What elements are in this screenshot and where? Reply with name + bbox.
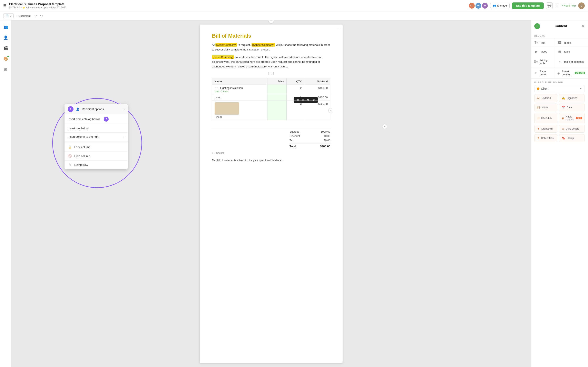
item-sub-1: 1 qty · 1 room	[215, 90, 265, 92]
field-initials[interactable]: IN Initials	[534, 104, 557, 111]
block-table[interactable]: ⊞ Table	[554, 47, 588, 56]
fillable-header: FILLABLE FIELDS FOR	[534, 79, 585, 85]
redo-button[interactable]: ↪	[39, 13, 44, 19]
client-name: Client	[541, 87, 578, 90]
sidebar-plus-button[interactable]: +	[534, 23, 540, 29]
table-handle: ⋮⋮⋮	[212, 72, 330, 75]
checkbox-icon: ☑	[537, 117, 540, 120]
hide-column-item[interactable]: 🚫 Hide column	[64, 152, 128, 161]
need-help-button[interactable]: ? Need help	[561, 4, 576, 7]
page-icon: 📄	[6, 14, 9, 17]
delete-row-label: Delete row	[74, 163, 88, 167]
menu-divider	[64, 141, 128, 143]
plus-icon: +	[212, 152, 213, 154]
blocks-section-label: BLOCKS	[531, 32, 588, 38]
add-column-button[interactable]: +	[328, 108, 333, 113]
sidebar-people-icon[interactable]: 👥	[2, 24, 9, 30]
recipient-options-label[interactable]: Recipient options	[82, 108, 121, 111]
signature-icon: ✍	[562, 96, 565, 100]
paragraph-1: At [Client.Company] 's request, [Sender.…	[212, 43, 330, 52]
sidebar-palette-icon[interactable]: 🎨	[2, 56, 9, 62]
video-block-label: Video	[540, 50, 547, 53]
lock-icon: 🔒	[68, 145, 72, 149]
chat-button[interactable]: 💬	[546, 2, 553, 9]
use-template-button[interactable]: Use this template	[512, 2, 544, 9]
client-selector[interactable]: Client ▼	[534, 85, 585, 92]
add-row-button[interactable]: +	[382, 124, 387, 129]
field-collect-files[interactable]: ⬆ Collect files	[534, 134, 557, 142]
paragraph-2: [Client.Company] understands that, due t…	[212, 55, 330, 69]
materials-table: Name Price QTY Subtotal ⋮⋮ Lighting inst…	[212, 78, 330, 120]
sidebar-close-button[interactable]: ✕	[582, 24, 585, 28]
block-page-break[interactable]: ✂ Page break	[531, 67, 554, 78]
col-header-name: Name	[212, 78, 267, 85]
discount-row: Discount $0.00	[290, 134, 330, 138]
add-section-button[interactable]: + + Section	[212, 152, 330, 154]
signature-label: Signature	[567, 97, 577, 100]
add-document-button[interactable]: + Document	[16, 14, 30, 17]
sidebar-media-icon[interactable]: 🎬	[2, 45, 9, 51]
fields-grid: A| Text field ✍ Signature IN Initials 📅 …	[534, 94, 585, 146]
col-header-qty: QTY	[287, 78, 304, 85]
total-value: $900.00	[320, 145, 330, 148]
stamp-label: Stamp	[567, 137, 574, 140]
context-dropdown-menu: 1 👤 Recipient options › Insert from cata…	[64, 104, 128, 169]
delete-row-item[interactable]: 🗑 Delete row	[64, 161, 128, 169]
cell-qty-1: 2	[287, 85, 304, 94]
insert-catalog-item[interactable]: Insert from catalog below 2	[64, 114, 128, 124]
doc-price: $4,734.00	[9, 6, 20, 9]
content-area: + ⋯ Bill of Materials At [Client.Company…	[11, 20, 531, 367]
field-signature[interactable]: ✍ Signature	[559, 94, 585, 102]
block-toc[interactable]: ≡ Table of contents	[554, 56, 588, 67]
manage-button[interactable]: 👥 Manage	[490, 3, 510, 8]
undo-button[interactable]: ↩	[33, 13, 38, 19]
fillable-section: FILLABLE FIELDS FOR Client ▼ A| Text fie…	[531, 79, 588, 146]
field-text-field[interactable]: A| Text field	[534, 94, 557, 102]
add-block-top-button[interactable]: +	[268, 20, 274, 23]
image-block-icon: 🖼	[557, 41, 562, 45]
client-company-tag-1: [Client.Company]	[215, 43, 237, 47]
document: ⋯ Bill of Materials At [Client.Company] …	[200, 25, 343, 363]
user-avatar[interactable]: U	[578, 2, 585, 9]
block-smart-content[interactable]: ◈ Smart content UPDATED	[554, 67, 588, 78]
insert-row-item[interactable]: Insert row below	[64, 124, 128, 133]
radio-icon: ◉	[562, 117, 564, 120]
field-stamp[interactable]: 🔖 Stamp	[559, 134, 585, 142]
sidebar-grid-icon[interactable]: ⊞	[2, 66, 9, 73]
text-block-icon: T≡	[534, 41, 539, 45]
dropdown-arrow-1: ›	[123, 108, 125, 111]
smart-block-icon: ◈	[557, 71, 560, 75]
block-video[interactable]: ▶ Video	[531, 47, 554, 56]
summary-section: Subtotal $900.00 Discount $0.00 Tax $0.0…	[212, 128, 330, 149]
cell-name-2: Lamp	[212, 94, 267, 100]
cell-subtotal-1: $180.00	[304, 85, 330, 94]
document-menu-icon[interactable]: ⋯	[337, 26, 340, 31]
hamburger-icon[interactable]: ☰	[3, 3, 7, 8]
field-date[interactable]: 📅 Date	[559, 104, 585, 111]
sidebar-contacts-icon[interactable]: 👤	[2, 34, 9, 41]
insert-column-item[interactable]: Insert column to the right ›	[64, 133, 128, 141]
more-menu-icon[interactable]: ⋮	[555, 3, 559, 8]
image-block-label: Image	[564, 41, 571, 44]
title-area: Electrical Business Proposal template $4…	[9, 2, 467, 9]
lock-column-item[interactable]: 🔒 Lock column	[64, 143, 128, 152]
field-card-details[interactable]: ▭ Card details	[559, 125, 585, 133]
block-pricing-table[interactable]: $≡ Pricing table	[531, 56, 554, 67]
block-text[interactable]: T≡ Text	[531, 38, 554, 47]
pricing-block-icon: $≡	[534, 60, 538, 64]
updated-date: Updated Apr 27, 2022	[43, 6, 66, 9]
text-field-icon: A|	[537, 96, 540, 100]
table-block-label: Table	[564, 50, 570, 53]
field-dropdown[interactable]: ▼ Dropdown	[534, 125, 557, 133]
cell-subtotal-2: $120.00	[304, 94, 330, 100]
text-field-label: Text field	[541, 97, 551, 100]
video-block-icon: ▶	[534, 50, 539, 54]
all-templates-link[interactable]: All templates	[26, 6, 40, 9]
field-checkbox[interactable]: ☑ Checkbox	[534, 113, 557, 123]
block-image[interactable]: 🖼 Image	[554, 38, 588, 47]
sidebar-header: + Content ✕	[531, 20, 588, 32]
field-radio-buttons[interactable]: ◉ Radio buttons NEW	[559, 113, 585, 123]
row-handle-1: ⋮⋮	[215, 87, 219, 89]
cell-name-1: ⋮⋮ Lighting installation 1 qty · 1 room	[212, 85, 267, 94]
avatar-cl: CL	[469, 3, 475, 8]
